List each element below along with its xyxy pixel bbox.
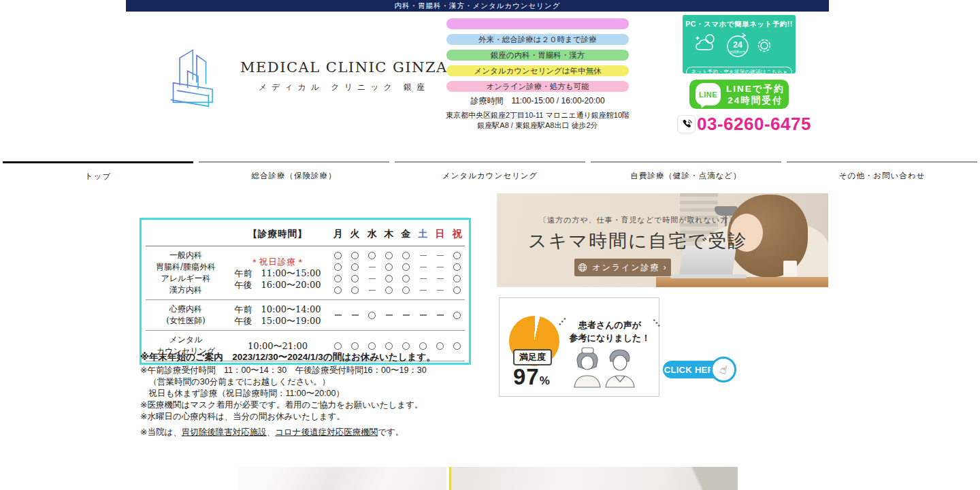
nav-tab-2[interactable]: メンタルカウンセリング (392, 161, 588, 182)
online-button-label: オンライン診療 › (592, 262, 668, 274)
pill-list: 外来・総合診療は２０時まで診療銀座の内科・胃腸科・漢方メンタルカウンセリングは年… (446, 18, 629, 97)
phone-icon (677, 115, 696, 133)
net-reservation-link[interactable]: ネット予約・空き状況の確認はこちら ▸ (686, 67, 793, 78)
mark-row (329, 340, 466, 352)
closed-mark (420, 314, 427, 315)
open-mark (334, 275, 342, 282)
closed-mark (437, 314, 444, 315)
open-mark (368, 312, 376, 319)
time-info: ＊祝日診療＊午前 11:00〜15:00午後 16:00〜20:00 (226, 256, 329, 291)
open-mark (385, 342, 393, 350)
facility-link-covid[interactable]: コロナ後遺症対応医療機関 (275, 427, 378, 437)
mark-row (329, 273, 466, 284)
department-line: (女性医師) (146, 315, 226, 327)
note-line-2: （営業時間の30分前までにお越しください。） (140, 376, 460, 388)
phone-contact[interactable]: 03-6260-6475 (677, 114, 811, 135)
time-line: 10:00〜21:00 (226, 340, 329, 352)
clinic-logo[interactable]: MEDICAL CLINIC GINZA メディカル クリニック 銀座 (165, 44, 448, 109)
voice-line2: 参考になりました！ (565, 331, 655, 344)
hero-title-post: 受診 (708, 230, 747, 251)
time-info: 午前 10:00〜14:00午後 15:00〜19:00 (226, 304, 329, 327)
time-line: 午前 10:00〜14:00 (226, 304, 329, 315)
availability-marks (329, 250, 466, 296)
open-mark (402, 275, 410, 282)
closed-mark (437, 290, 444, 291)
hours-line: 診療時間 11:00-15:00 / 16:00-20:00 (446, 95, 629, 107)
clinic-name-jp: メディカル クリニック 銀座 (240, 82, 448, 93)
info-pill-0 (446, 18, 629, 29)
address-line2: 銀座駅A8 / 東銀座駅A8出口 徒歩2分 (408, 120, 667, 131)
nav-tab-1[interactable]: 総合診療（保険診療） (196, 161, 392, 182)
nav-tab-4[interactable]: その他・お問い合わせ (784, 161, 980, 182)
note-line-3: 祝日も休まず診療（祝日診療時間：11:00〜20:00） (140, 388, 460, 399)
nurse-doctor-illustration (569, 347, 637, 391)
line-reserve-button[interactable]: LINE LINEで予約 24時間受付 (689, 80, 789, 109)
open-mark (385, 252, 393, 259)
open-mark (368, 252, 376, 259)
open-mark (453, 263, 461, 271)
schedule-group-0: 一般内科胃腸科/腫瘍外科アレルギー科漢方内科＊祝日診療＊午前 11:00〜15:… (146, 246, 465, 300)
note-line-1: ※午前診療受付時間 11：00〜14：30 午後診療受付時間16：00〜19：3… (140, 365, 460, 376)
open-mark (351, 263, 359, 271)
closed-mark (420, 267, 427, 267)
department-line: 漢方内科 (146, 284, 226, 296)
satisfaction-number: 97 (513, 364, 540, 389)
desk (656, 277, 828, 287)
tab-underline (591, 161, 781, 163)
note-line-0: ※年末年始のご案内 2023/12/30〜2024/1/3の間はお休みいたします… (140, 351, 460, 363)
tab-label: 総合診療（保険診療） (252, 171, 337, 181)
tab-label: メンタルカウンセリング (442, 171, 538, 181)
facility-link-gastrectomy[interactable]: 胃切除後障害対応施設 (182, 427, 267, 437)
department-names: 心療内科(女性医師) (146, 304, 226, 327)
open-mark (351, 275, 359, 282)
open-mark (385, 287, 393, 294)
department-line: メンタル (146, 334, 226, 346)
facility-prefix: ※当院は、 (140, 427, 182, 437)
open-mark (436, 342, 444, 350)
open-mark (402, 252, 410, 259)
tab-underline (395, 161, 585, 163)
department-names: 一般内科胃腸科/腫瘍外科アレルギー科漢方内科 (146, 250, 226, 296)
reservation-icons: 24 時間受付中 (683, 30, 796, 64)
nav-tab-0[interactable]: トップ (0, 161, 196, 182)
online-consultation-banner[interactable]: 〔遠方の方や、仕事・育児などで時間が取れない方〕 スキマ時間に自宅で受診 オンラ… (497, 193, 828, 287)
online-consultation-button[interactable]: オンライン診療 › (574, 259, 671, 276)
info-pill-3: メンタルカウンセリングは年中無休 (446, 65, 629, 76)
night-day-24h-icon: 24 時間受付中 (693, 30, 785, 61)
hero-title-pre: スキマ時間に (528, 230, 649, 251)
closed-mark (420, 290, 427, 291)
open-mark (402, 263, 410, 271)
top-department-text: 内科・胃腸科・漢方・メンタルカウンセリング (394, 1, 560, 11)
tab-label: 自費診療（健診・点滴など） (630, 171, 741, 181)
availability-marks (329, 310, 466, 321)
closed-mark (369, 267, 376, 267)
mark-row (329, 261, 466, 273)
click-hand-icon[interactable]: ☝ (710, 357, 736, 382)
schedule-group-1: 心療内科(女性医師)午前 10:00〜14:00午後 15:00〜19:00 (146, 300, 465, 331)
open-mark (385, 263, 393, 271)
day-header-木: 木 (380, 228, 397, 240)
closed-mark (420, 255, 427, 256)
department-line: 心療内科 (146, 304, 226, 315)
note-line-5: ※水曜日の心療内科は、当分の間お休みいたします。 (140, 411, 460, 423)
mug (783, 261, 797, 277)
tab-label: その他・お問い合わせ (839, 171, 926, 181)
top-department-bar: 内科・胃腸科・漢方・メンタルカウンセリング (126, 0, 829, 12)
phone-number[interactable]: 03-6260-6475 (697, 114, 811, 135)
laptop-base (670, 274, 747, 278)
info-pill-2: 銀座の内科・胃腸科・漢方 (446, 50, 629, 61)
closed-mark (403, 314, 410, 315)
department-line: 胃腸科/腫瘍外科 (146, 261, 226, 273)
badge-caption: 時間受付中 (730, 50, 746, 54)
open-mark (334, 342, 342, 350)
line-button-line1: LINEで予約 (726, 83, 785, 95)
clinic-name-en: MEDICAL CLINIC GINZA (240, 59, 448, 76)
open-mark (334, 252, 342, 259)
net-reservation-banner[interactable]: PC・スマホで簡単ネット予約!! 24 時間受付中 ネット予約・空き状況の確認は… (683, 15, 796, 74)
note-line-4: ※医療機関はマスク着用が必要です。着用のご協力をお願いいたします。 (140, 399, 460, 411)
satisfaction-card: 満足度 97% 患者さんの声が 参考になりました！ (499, 297, 659, 397)
nav-tab-3[interactable]: 自費診療（健診・点滴など） (588, 161, 784, 182)
open-mark (385, 275, 393, 282)
open-mark (453, 287, 461, 294)
closed-mark (335, 314, 342, 315)
